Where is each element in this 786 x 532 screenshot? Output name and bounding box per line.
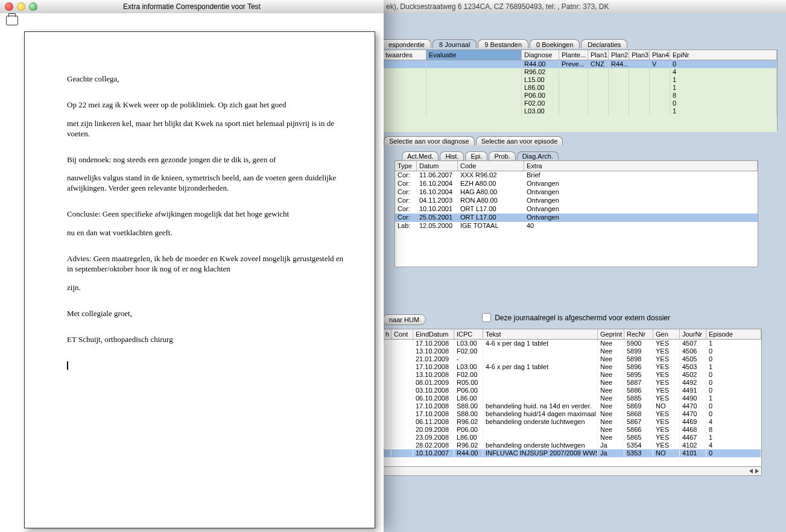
letter-signature: ET Schuijt, orthopaedisch chirurg — [67, 335, 344, 345]
table-row[interactable]: Cor:04.11.2003RON A80.00Ontvangen — [395, 197, 758, 205]
letter-p3: Bij ondenoek: nog steeds een gezonde jon… — [67, 155, 344, 165]
tab-bestanden[interactable]: 9 Bestanden — [478, 39, 528, 48]
col-plan1[interactable]: Plan1 — [588, 50, 609, 60]
minimize-icon[interactable] — [17, 2, 25, 11]
col-icpc[interactable]: ICPC — [454, 329, 483, 339]
tab-hist[interactable]: Hist. — [440, 151, 464, 160]
afgeschermd-label: Deze journaalregel is afgeschermd voor e… — [495, 314, 670, 322]
letter-p8: zijn. — [67, 283, 344, 293]
col-recnr[interactable]: RecNr — [624, 329, 653, 339]
table-row[interactable]: L03.001 — [383, 107, 777, 115]
table-row[interactable]: 06.10.2008L86.00Nee5885YES44901 — [383, 394, 761, 402]
col-cont[interactable]: Cont — [391, 329, 413, 339]
col-epinr[interactable]: EpiNr — [670, 50, 777, 60]
col-plan2[interactable]: Plan2 — [609, 50, 629, 60]
letter-p6: nu en dan wat voetklachten geeft. — [67, 228, 344, 238]
col-type[interactable]: Type — [395, 161, 417, 171]
tab-prob[interactable]: Prob. — [489, 151, 515, 160]
zoom-icon[interactable] — [29, 2, 37, 11]
table-row[interactable]: L86.001 — [383, 84, 777, 92]
col-gen[interactable]: Gen — [653, 329, 680, 339]
correspondentie-popup: Extra informatie Correspondentie voor Te… — [0, 0, 384, 532]
table-row[interactable]: 17.10.2008L03.004-6 x per dag 1 tabletNe… — [383, 363, 761, 371]
letter-signoff: Met collegiale groet, — [67, 309, 344, 319]
table-row[interactable]: Cor:16.10.2004EZH A80.00Ontvangen — [395, 180, 758, 188]
selectie-tabs: Selectie aan voor diagnose Selectie aan … — [382, 136, 786, 145]
tab-diagarch[interactable]: Diag.Arch. — [517, 151, 559, 160]
document-content[interactable]: Geachte collega, Op 22 mei zag ik Kwek w… — [24, 31, 375, 528]
tab-correspondentie[interactable]: espondentie — [382, 39, 431, 48]
col-tekst[interactable]: Tekst — [483, 329, 598, 339]
print-icon[interactable] — [6, 16, 18, 25]
col-plante[interactable]: Plante... — [559, 50, 588, 60]
table-row[interactable]: Cor:10.10.2001ORT L17.00Ontvangen — [395, 205, 758, 214]
journaal-grid[interactable]: h Cont EindDatum ICPC Tekst Geprint RecN… — [382, 329, 762, 476]
col-einddatum[interactable]: EindDatum — [413, 329, 454, 339]
scroll-right-icon[interactable] — [755, 469, 759, 473]
table-row[interactable]: 28.02.2008R96.02behandeling onderste luc… — [383, 442, 761, 449]
letter-p1: Op 22 mei zag ik Kwek weer op de polikli… — [67, 100, 344, 110]
table-row[interactable]: 17.10.2008L03.004-6 x per dag 1 tabletNe… — [383, 340, 761, 347]
table-row[interactable]: 03.10.2008P06.00Nee5886YES44910 — [383, 387, 761, 394]
table-row[interactable]: L15.001 — [383, 76, 777, 84]
table-row[interactable]: 20.09.2008P06.00Nee5866YES44688 — [383, 426, 761, 434]
col-diagnose[interactable]: Diagnose — [522, 50, 559, 60]
table-row[interactable]: R44.00Preve...CNZR44...V0 — [383, 60, 777, 68]
popup-title: Extra informatie Correspondentie voor Te… — [0, 0, 384, 13]
close-icon[interactable] — [5, 2, 13, 11]
tab-boekingen[interactable]: 0 Boekingen — [530, 39, 580, 48]
tab-actmed[interactable]: Act.Med. — [402, 151, 439, 160]
col-journr[interactable]: JourNr — [680, 329, 706, 339]
window-title: ek), Ducksestraatweg 6 1234CA, CZ 768950… — [382, 0, 786, 13]
popup-title-text: Extra informatie Correspondentie voor Te… — [123, 2, 261, 11]
tab-selectie-episode[interactable]: Selectie aan voor episode — [476, 136, 563, 145]
table-row[interactable]: Cor:16.10.2004HAG A80.00Ontvangen — [395, 188, 758, 197]
text-cursor — [67, 361, 68, 370]
col-plan4[interactable]: Plan4 — [650, 50, 670, 60]
col-plan3[interactable]: Plan3 — [629, 50, 650, 60]
table-row[interactable]: 17.10.2008S88.00behandeling huid/14 dage… — [383, 410, 761, 418]
tab-journaal[interactable]: 8 Journaal — [433, 39, 477, 48]
table-row[interactable]: R96.024 — [383, 68, 777, 76]
col-datum[interactable]: Datum — [417, 161, 458, 171]
col-extra[interactable]: Extra — [524, 161, 758, 171]
letter-p2: met zijn linkeren kel, maar het blijkt d… — [67, 119, 344, 139]
table-row[interactable]: 21.01.2009-Nee5898YES45050 — [383, 355, 761, 363]
tab-epi[interactable]: Epi. — [465, 151, 487, 160]
table-row[interactable]: F02.000 — [383, 100, 777, 107]
table-row[interactable]: 13.10.2008F02.00Nee5895YES45020 — [383, 371, 761, 379]
inner-tabs: Act.Med. Hist. Epi. Prob. Diag.Arch. — [401, 151, 786, 160]
diagarch-grid[interactable]: Type Datum Code Extra Cor:11.06.2007XXX … — [395, 160, 758, 267]
tab-declaraties[interactable]: Declaraties — [581, 39, 627, 48]
tab-selectie-diagnose[interactable]: Selectie aan voor diagnose — [384, 136, 475, 145]
letter-greeting: Geachte collega, — [67, 74, 344, 84]
letter-p5: Conclusie: Geen specifieke afwijkingen m… — [67, 209, 344, 220]
col-episode[interactable]: Episode — [706, 329, 761, 339]
scroll-left-icon[interactable] — [749, 469, 753, 473]
col-evaluatie[interactable]: Evaluatie — [426, 50, 522, 60]
col-twaardes[interactable]: twaardes — [383, 50, 426, 60]
col-h[interactable]: h — [383, 329, 391, 339]
table-row[interactable]: Cor:25.05.2001ORT L17.00Ontvangen — [395, 214, 758, 222]
col-geprint[interactable]: Geprint — [598, 329, 624, 339]
table-row[interactable]: Lab:12.05.2000IGE TOTAAL40 — [395, 222, 758, 230]
table-row[interactable]: 06.11.2008R96.02behandeling onderste luc… — [383, 418, 761, 426]
table-row[interactable]: P06.008 — [383, 92, 777, 100]
table-row[interactable]: Cor:11.06.2007XXX R96.02Brief — [395, 171, 758, 180]
afgeschermd-checkbox[interactable] — [482, 313, 491, 322]
table-row[interactable]: 17.10.2008S88.00behandeling huid. na 14d… — [383, 402, 761, 410]
table-row[interactable]: 23.09.2008L86.00Nee5865YES44671 — [383, 434, 761, 442]
table-row[interactable]: 10.10.2007R44.00INFLUVAC INJSUSP 2007/20… — [383, 449, 761, 457]
table-row[interactable]: 13.10.2008F02.00Nee5899YES45060 — [383, 347, 761, 355]
col-code[interactable]: Code — [458, 161, 524, 171]
letter-p4: nauwelijks valgus stand in de knieen, sy… — [67, 173, 344, 194]
letter-p7: Advies: Geen maatregelen, ik heb de moed… — [67, 254, 344, 274]
main-tabs: espondentie 8 Journaal 9 Bestanden 0 Boe… — [382, 37, 786, 48]
table-row[interactable]: 08.01.2009R05.00Nee5887YES44920 — [383, 379, 761, 387]
naar-hum-button[interactable]: naar HUM — [382, 314, 426, 325]
diagnose-grid[interactable]: twaardes Evaluatie Diagnose Plante... Pl… — [382, 49, 778, 130]
